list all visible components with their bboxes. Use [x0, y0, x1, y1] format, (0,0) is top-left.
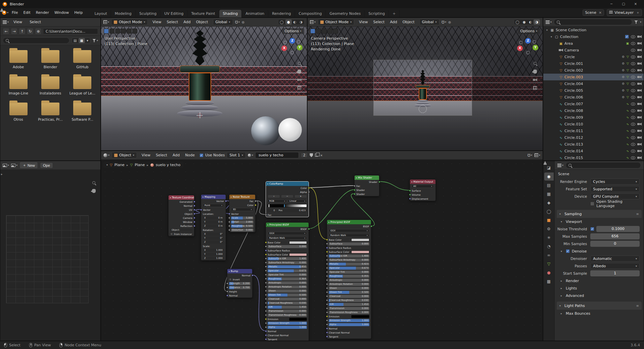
mapping-z[interactable]: Z1.000: [201, 256, 226, 260]
subsection-denoise[interactable]: ▾Denoise: [555, 247, 644, 255]
dropdown[interactable]: RGB▾: [268, 199, 287, 203]
subsection-lights[interactable]: ▸Lights: [555, 284, 644, 292]
outliner-row-scene-collection[interactable]: ▾▦Scene Collection: [543, 27, 644, 33]
eye-visibility-icon[interactable]: [631, 55, 635, 59]
chevron-down-icon[interactable]: ▾: [640, 21, 641, 24]
image-editor-canvas[interactable]: ▸: [0, 170, 100, 341]
modifier-wrench-icon[interactable]: ⚙: [622, 62, 625, 65]
output-socket[interactable]: [193, 221, 195, 223]
shader-type-selector[interactable]: Object▾: [111, 152, 137, 158]
eye-visibility-icon[interactable]: [631, 123, 635, 126]
ramp-drops2[interactable]: RGB▾Linear▾: [266, 199, 309, 203]
slider[interactable]: Subsurface Anisotropy0.000: [268, 261, 307, 264]
node-mix[interactable]: ▾Mix ShaderShaderFacShaderShader: [354, 175, 379, 196]
properties-tab-constraints[interactable]: ∞: [544, 251, 554, 259]
node-header[interactable]: ▾Mapping: [201, 195, 226, 199]
input-socket[interactable]: [326, 287, 328, 289]
outliner-row-circle-012[interactable]: ∿Circle.012∿: [543, 134, 644, 141]
properties-tab-particles[interactable]: ✳: [544, 234, 554, 242]
folder-otros[interactable]: Otros: [2, 103, 34, 121]
input-socket[interactable]: [226, 295, 228, 297]
noise-roughness[interactable]: Roughness0.500: [229, 224, 255, 228]
shading-rendered-button[interactable]: ◑: [298, 20, 304, 25]
input-socket[interactable]: [326, 307, 328, 309]
outliner-row-circle-009[interactable]: ∿Circle.009∿: [543, 114, 644, 121]
folder-github[interactable]: GitHub: [66, 50, 98, 69]
bsdf2-anisotropic[interactable]: Anisotropic0.000: [327, 278, 371, 282]
options-dropdown[interactable]: Options▾: [282, 28, 304, 34]
browse-material-button[interactable]: ▾: [248, 154, 253, 157]
node-link[interactable]: [252, 275, 266, 331]
slider[interactable]: Anisotropic0.000: [329, 279, 369, 282]
bsdf2-specular[interactable]: Specular0.673: [327, 266, 371, 270]
bsdf1-emission-strength[interactable]: Emission Strength1.000: [266, 321, 309, 325]
properties-tab-output[interactable]: ▤: [544, 181, 554, 189]
slider[interactable]: Distance0.700: [229, 286, 250, 289]
input-socket[interactable]: [354, 185, 356, 187]
noise-distortion[interactable]: Distortion0.000: [229, 228, 255, 232]
render-visibility-icon[interactable]: [637, 109, 642, 112]
tab-scripting[interactable]: Scripting: [365, 10, 389, 17]
output-socket[interactable]: [251, 274, 254, 276]
tool-select-box[interactable]: [310, 29, 315, 34]
collapse-icon[interactable]: ▾: [411, 180, 412, 184]
properties-search-input[interactable]: [565, 162, 641, 168]
slider[interactable]: Transmission0.000: [268, 310, 307, 313]
output-socket[interactable]: [193, 205, 195, 207]
render-visibility-icon[interactable]: [637, 55, 642, 59]
eye-visibility-icon[interactable]: [631, 136, 635, 139]
properties-tab-object-data[interactable]: ▽: [544, 260, 554, 268]
slider[interactable]: Clearcoat Roughness0.030: [329, 299, 369, 302]
bump-distance[interactable]: Distance0.700: [227, 285, 252, 289]
slot-selector[interactable]: Slot 1▾: [227, 152, 246, 158]
editor-type-button[interactable]: ▾: [310, 20, 316, 24]
eye-visibility-icon[interactable]: [631, 103, 635, 106]
remove-stop-button[interactable]: −: [281, 195, 293, 198]
tab-shading[interactable]: Shading: [219, 10, 242, 17]
menu-render[interactable]: Render: [33, 9, 52, 16]
output-socket[interactable]: [308, 191, 310, 193]
output-socket[interactable]: [193, 201, 195, 203]
slider[interactable]: Metallic0.423: [329, 263, 369, 266]
slider[interactable]: Clearcoat0.000: [268, 298, 307, 301]
mapping-z[interactable]: Z0°: [201, 240, 226, 244]
bsdf1-transmission-roughness[interactable]: Transmission Roughness0.000: [266, 313, 309, 317]
collapse-icon[interactable]: ▾: [170, 195, 171, 200]
colorramp-gradient[interactable]: [268, 204, 307, 207]
axis-z-neg[interactable]: [290, 51, 294, 54]
eye-visibility-icon[interactable]: [631, 69, 635, 72]
bsdf1-anisotropic[interactable]: Anisotropic0.000: [266, 281, 309, 285]
bsdf2-drop[interactable]: Random Walk▾: [327, 233, 371, 238]
input-socket[interactable]: [265, 286, 267, 288]
browse-image-button[interactable]: ▾: [11, 164, 17, 167]
input-socket[interactable]: [228, 213, 230, 215]
editor-type-button[interactable]: ▾: [103, 153, 109, 157]
denoiser-dropdown[interactable]: Automatic▾: [590, 256, 640, 262]
folder-blender[interactable]: Blender: [34, 50, 66, 69]
bsdf2-drop[interactable]: GGX▾: [327, 228, 371, 233]
snap-button[interactable]: Ω▾: [235, 20, 240, 24]
node-header[interactable]: ▾ColorRamp: [266, 182, 309, 186]
ortho-grid-icon[interactable]: [533, 86, 537, 90]
input-socket[interactable]: [326, 319, 328, 321]
bsdf1-subsurface-ior[interactable]: Subsurface IOR1.400: [266, 257, 309, 261]
render-visibility-icon[interactable]: [637, 76, 642, 79]
tab-texture-paint[interactable]: Texture Paint: [188, 10, 219, 17]
modifier-wrench-icon[interactable]: ⚙: [622, 95, 625, 99]
properties-tab-view-layer[interactable]: ▦: [544, 190, 554, 198]
slider[interactable]: Alpha1.000: [268, 326, 307, 329]
slider[interactable]: Subsurface0.000: [329, 242, 369, 245]
slider[interactable]: Emission Strength1.000: [268, 322, 307, 325]
add-stop-button[interactable]: ＋: [268, 195, 280, 198]
forward-button[interactable]: →: [11, 28, 17, 35]
slider[interactable]: Sheen0.000: [329, 287, 369, 290]
eye-visibility-icon[interactable]: [631, 96, 635, 99]
axis-z-neg[interactable]: [526, 51, 530, 54]
menu-select[interactable]: Select: [164, 19, 181, 25]
input-socket[interactable]: [265, 254, 267, 256]
output-socket[interactable]: [255, 200, 257, 202]
noise-threshold-value[interactable]: 0.1000: [596, 226, 640, 232]
output-socket[interactable]: [193, 217, 195, 219]
unlink-material-button[interactable]: ×: [320, 154, 323, 157]
folder-adobe[interactable]: Adobe: [2, 50, 34, 69]
